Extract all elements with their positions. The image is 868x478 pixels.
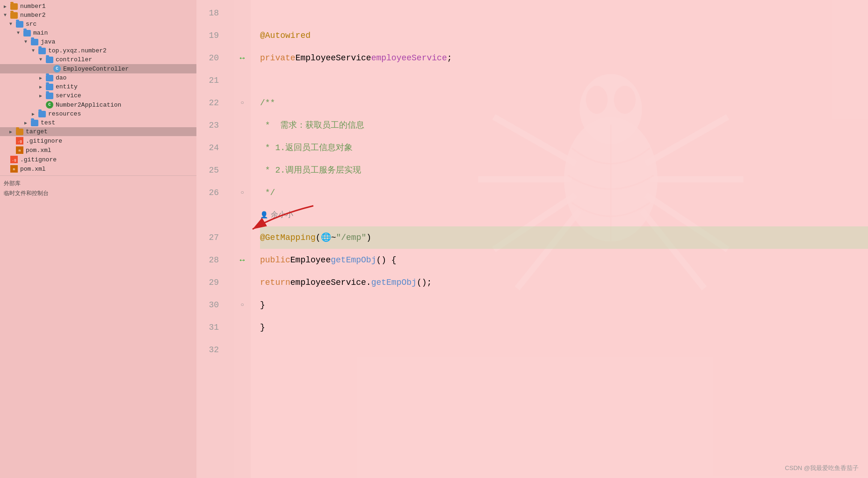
tree-item-entity[interactable]: ▶entity [0, 82, 196, 91]
chevron-spacer [9, 147, 15, 153]
external-lib-label[interactable]: 外部库 [4, 179, 193, 188]
tree-item-pom2[interactable]: mpom.xml [0, 164, 196, 174]
tree-item-top.yxqz.number2[interactable]: ▼top.yxqz.number2 [0, 46, 196, 55]
tree-item-label: top.yxqz.number2 [48, 47, 107, 54]
tree-item-label: number2 [20, 12, 46, 19]
tree-item-label: EmployeeController [63, 65, 129, 72]
tree-item-controller[interactable]: ▼controller [0, 55, 196, 64]
code-line: * 2.调用员工服务层实现 [260, 159, 868, 181]
tree-item-label: number1 [20, 3, 46, 10]
folder-icon [10, 12, 18, 19]
tree-item-label: controller [56, 56, 92, 63]
line-number: 25 [196, 159, 226, 181]
tree-item-label: test [41, 119, 55, 126]
user-name: 余小小 [271, 204, 293, 226]
code-line: 👤余小小 [260, 204, 868, 226]
line-number: 30 [196, 294, 226, 316]
gutter: ↔○○↔○ [234, 0, 251, 478]
code-line: @GetMapping(🌐~"/emp") [260, 226, 868, 249]
gutter-item [234, 339, 251, 361]
watermark: CSDN @我最爱吃鱼香茄子 [785, 464, 859, 472]
code-lines[interactable]: @Autowiredprivate EmployeeService employ… [251, 0, 868, 478]
java-app-icon: C [46, 101, 53, 109]
xml-icon: m [16, 146, 23, 154]
gutter-item [234, 316, 251, 339]
code-line: } [260, 294, 868, 316]
tree-item-main[interactable]: ▼main [0, 29, 196, 37]
tree-item-test[interactable]: ▶test [0, 118, 196, 127]
chevron-spacer [39, 102, 45, 108]
code-line: * 1.返回员工信息对象 [260, 137, 868, 159]
tree-item-label: resources [48, 110, 81, 117]
gutter-item [234, 2, 251, 24]
folder-icon [46, 75, 53, 81]
tree-item-src[interactable]: ▼src [0, 20, 196, 29]
tree-item-pom1[interactable]: mpom.xml [0, 145, 196, 155]
xml-icon: m [10, 165, 18, 173]
gutter-item [234, 226, 251, 249]
chevron-icon: ▶ [9, 129, 15, 135]
line-number: 19 [196, 24, 226, 47]
line-number: 18 [196, 2, 226, 24]
line-number: 22 [196, 92, 226, 114]
tree-item-gitignore1[interactable]: .g.gitignore [0, 136, 196, 145]
tree-item-label: .gitignore [20, 156, 57, 163]
chevron-icon: ▼ [32, 48, 37, 54]
line-number [196, 204, 226, 226]
code-line: /** [260, 92, 868, 114]
tree-item-dao[interactable]: ▶dao [0, 73, 196, 82]
code-line: */ [260, 181, 868, 204]
tree-item-EmployeeController[interactable]: CEmployeeController [0, 64, 196, 73]
user-icon: 👤 [260, 204, 268, 226]
collapse-icon: ○ [240, 92, 244, 114]
tree-item-label: Number2Application [56, 101, 121, 109]
sidebar-footer: 外部库 临时文件和控制台 [0, 175, 196, 201]
line-number: 24 [196, 137, 226, 159]
code-line [260, 69, 868, 92]
gutter-item [234, 24, 251, 47]
tree-item-label: dao [56, 74, 66, 81]
chevron-spacer [4, 157, 9, 162]
folder-icon [10, 3, 18, 10]
git-icon: .g [16, 137, 23, 145]
gutter-item: ○ [234, 181, 251, 204]
user-annotation: 👤余小小 [260, 204, 293, 226]
chevron-icon: ▼ [17, 30, 22, 36]
tree-item-label: java [41, 38, 55, 45]
code-line: } [260, 316, 868, 339]
chevron-spacer [47, 66, 52, 72]
line-number: 27 [196, 226, 226, 249]
chevron-icon: ▼ [24, 39, 30, 45]
gutter-item [234, 137, 251, 159]
code-line: * 需求：获取员工的信息 [260, 114, 868, 137]
chevron-icon: ▶ [39, 93, 45, 99]
tree-item-label: entity [56, 83, 78, 90]
tree-item-gitignore2[interactable]: .g.gitignore [0, 155, 196, 164]
tree-item-service[interactable]: ▶service [0, 91, 196, 100]
folder-icon [38, 111, 46, 117]
tree-item-number2[interactable]: ▼number2 [0, 11, 196, 20]
code-line [260, 2, 868, 24]
chevron-icon: ▶ [32, 111, 37, 117]
tree-item-target[interactable]: ▶target [0, 127, 196, 136]
chevron-icon: ▶ [24, 120, 30, 126]
tree-item-number1[interactable]: ▶number1 [0, 2, 196, 11]
chevron-spacer [9, 138, 15, 144]
temp-files-label[interactable]: 临时文件和控制台 [4, 188, 193, 198]
git-arrow-icon: ↔ [240, 47, 245, 69]
folder-icon [16, 21, 23, 28]
collapse-icon: ○ [240, 294, 244, 316]
tree-item-label: src [26, 21, 36, 28]
folder-icon [46, 84, 53, 90]
tree-item-label: target [26, 128, 48, 135]
git-icon: .g [10, 156, 18, 163]
line-number: 21 [196, 69, 226, 92]
tree-item-label: pom.xml [26, 147, 51, 154]
gutter-item [234, 114, 251, 137]
folder-icon [23, 30, 31, 36]
tree-item-resources[interactable]: ▶resources [0, 109, 196, 118]
tree-item-Number2Application[interactable]: CNumber2Application [0, 100, 196, 109]
tree-item-label: pom.xml [20, 166, 46, 173]
gutter-item: ↔ [234, 47, 251, 69]
tree-item-java[interactable]: ▼java [0, 37, 196, 46]
